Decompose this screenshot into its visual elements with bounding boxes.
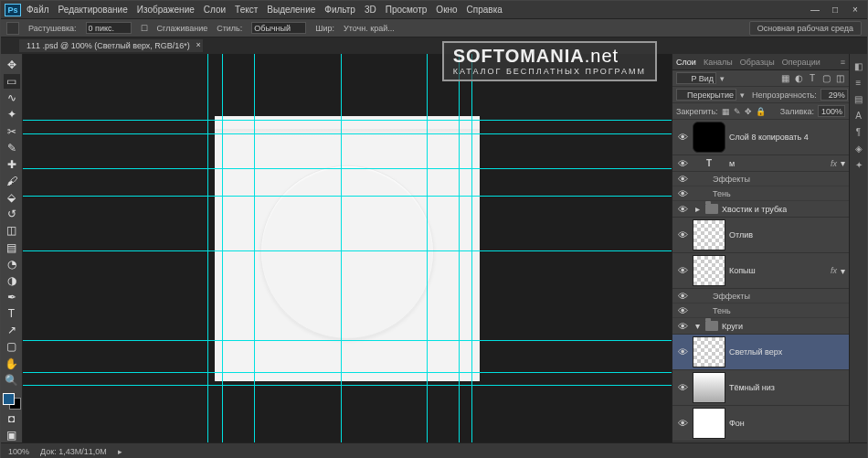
layer-row[interactable]: 👁 Фон <box>672 406 849 442</box>
layer-name[interactable]: Тёмный низ <box>729 383 775 392</box>
path-tool-icon[interactable]: ↗ <box>4 323 20 337</box>
menu-edit[interactable]: Редактирование <box>58 5 128 15</box>
dock-icon[interactable]: ◧ <box>852 59 865 72</box>
visibility-toggle-icon[interactable]: 👁 <box>676 382 689 393</box>
layer-effect-shadow[interactable]: 👁Тень <box>672 304 849 318</box>
chevron-down-icon[interactable]: ▾ <box>841 266 845 276</box>
chevron-right-icon[interactable]: ▸ <box>693 204 702 214</box>
dock-icon[interactable]: ▤ <box>852 92 865 105</box>
lock-transparency-icon[interactable]: ▦ <box>722 107 730 116</box>
brush-tool-icon[interactable]: 🖌 <box>4 174 20 188</box>
dock-icon[interactable]: ◈ <box>852 142 865 154</box>
type-tool-icon[interactable]: T <box>4 306 20 321</box>
visibility-toggle-icon[interactable]: 👁 <box>676 346 689 357</box>
guide-horizontal[interactable] <box>23 385 672 386</box>
window-min[interactable]: — <box>807 5 823 16</box>
dodge-tool-icon[interactable]: ◑ <box>4 273 20 288</box>
canvas-viewport[interactable] <box>23 54 672 442</box>
layer-row[interactable]: 👁 Отлив <box>672 218 849 253</box>
color-swatches[interactable] <box>3 393 21 410</box>
layer-effect-shadow[interactable]: 👁Тень <box>672 186 849 201</box>
wand-tool-icon[interactable]: ✦ <box>4 107 20 122</box>
layer-row[interactable]: 👁 Тёмный низ <box>672 370 849 406</box>
menu-image[interactable]: Изображение <box>137 5 195 15</box>
layer-name[interactable]: Копыш <box>729 266 756 275</box>
layer-name[interactable]: Слой 8 копировать 4 <box>729 133 809 142</box>
guide-horizontal[interactable] <box>23 120 672 121</box>
style-select[interactable] <box>251 22 306 34</box>
visibility-toggle-icon[interactable]: 👁 <box>676 158 689 169</box>
filter-shape-icon[interactable]: ▢ <box>820 73 831 84</box>
tab-paths[interactable]: Образцы <box>740 58 775 67</box>
zoom-tool-icon[interactable]: 🔍 <box>4 373 20 388</box>
stamp-tool-icon[interactable]: ⬙ <box>4 190 20 205</box>
visibility-toggle-icon[interactable]: 👁 <box>676 204 689 215</box>
guide-horizontal[interactable] <box>23 372 672 373</box>
blur-tool-icon[interactable]: ◔ <box>4 257 20 272</box>
antialias-label[interactable]: Сглаживание <box>157 24 208 33</box>
foreground-color[interactable] <box>3 393 15 405</box>
menu-select[interactable]: Выделение <box>267 5 315 15</box>
dock-icon[interactable]: ✦ <box>852 158 865 171</box>
panel-menu-icon[interactable]: ≡ <box>841 58 845 67</box>
doc-size[interactable]: Док: 1,43M/11,0M <box>40 447 107 456</box>
fx-badge[interactable]: fx <box>831 159 837 168</box>
eyedropper-tool-icon[interactable]: ✎ <box>4 141 20 155</box>
history-brush-icon[interactable]: ↺ <box>4 207 20 221</box>
layer-group-row[interactable]: 👁 ▸ Хвостик и трубка <box>672 201 849 218</box>
lock-all-icon[interactable]: 🔒 <box>756 107 766 116</box>
guide-horizontal[interactable] <box>23 168 672 169</box>
move-tool-icon[interactable]: ✥ <box>4 58 20 72</box>
workspace-switcher[interactable]: Основная рабочая среда <box>749 21 862 36</box>
eraser-tool-icon[interactable]: ◫ <box>4 223 20 238</box>
window-max[interactable]: □ <box>827 5 843 16</box>
tab-channels[interactable]: Каналы <box>704 58 733 67</box>
visibility-toggle-icon[interactable]: 👁 <box>676 418 689 429</box>
guide-horizontal[interactable] <box>23 133 672 134</box>
layer-kind-filter[interactable] <box>676 72 716 84</box>
layer-name[interactable]: Отлив <box>729 230 753 240</box>
layer-row[interactable]: 👁 T м fx ▾ <box>672 155 849 172</box>
guide-horizontal[interactable] <box>23 250 672 251</box>
crop-tool-icon[interactable]: ✂ <box>4 124 20 139</box>
menu-file[interactable]: Файл <box>26 5 49 15</box>
layer-effects-row[interactable]: 👁Эффекты <box>672 289 849 304</box>
visibility-toggle-icon[interactable]: 👁 <box>676 321 689 332</box>
opacity-input[interactable] <box>820 89 848 101</box>
group-name[interactable]: Круги <box>722 322 743 331</box>
gradient-tool-icon[interactable]: ▤ <box>4 240 20 255</box>
dock-icon[interactable]: A <box>852 109 865 122</box>
layer-name[interactable]: м <box>729 159 735 168</box>
visibility-toggle-icon[interactable]: 👁 <box>676 265 689 276</box>
menu-filter[interactable]: Фильтр <box>324 5 355 15</box>
filter-pixel-icon[interactable]: ▦ <box>779 73 790 84</box>
layer-name[interactable]: Светлый верх <box>729 347 782 357</box>
shape-tool-icon[interactable]: ▢ <box>4 339 20 354</box>
document-tab-close[interactable]: × <box>196 40 201 49</box>
menu-view[interactable]: Просмотр <box>386 5 428 15</box>
menu-text[interactable]: Текст <box>235 5 258 15</box>
tool-preset-icon[interactable] <box>6 22 19 35</box>
visibility-toggle-icon[interactable]: 👁 <box>676 132 689 143</box>
tab-history[interactable]: Операции <box>782 58 820 67</box>
layer-effects-row[interactable]: 👁Эффекты <box>672 172 849 186</box>
filter-type-icon[interactable]: T <box>807 73 818 84</box>
dock-icon[interactable]: ¶ <box>852 125 865 138</box>
blend-mode-select[interactable] <box>676 89 736 101</box>
layer-name[interactable]: Фон <box>729 419 745 428</box>
marquee-tool-icon[interactable]: ▭ <box>4 74 20 89</box>
quickmask-icon[interactable]: ◘ <box>4 411 20 426</box>
layer-group-row[interactable]: 👁 ▾ Круги <box>672 318 849 335</box>
layer-row[interactable]: 👁 Копыш fx ▾ <box>672 253 849 289</box>
lock-pixels-icon[interactable]: ✎ <box>734 107 741 116</box>
fx-badge[interactable]: fx <box>831 266 837 275</box>
menu-3d[interactable]: 3D <box>365 5 376 15</box>
hand-tool-icon[interactable]: ✋ <box>4 357 20 371</box>
screenmode-icon[interactable]: ▣ <box>4 428 20 442</box>
pen-tool-icon[interactable]: ✒ <box>4 290 20 304</box>
window-close[interactable]: × <box>847 5 863 16</box>
chevron-down-icon[interactable]: ▾ <box>693 321 702 331</box>
visibility-toggle-icon[interactable]: 👁 <box>676 229 689 240</box>
fill-input[interactable] <box>818 105 845 117</box>
group-name[interactable]: Хвостик и трубка <box>722 205 787 214</box>
